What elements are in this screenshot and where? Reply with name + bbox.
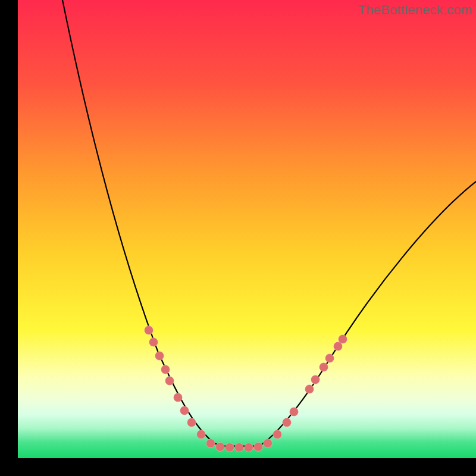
data-point — [325, 354, 334, 363]
data-point — [216, 443, 225, 452]
data-point — [311, 375, 320, 384]
chart-frame: TheBottleneck.com — [18, 0, 476, 458]
data-point — [197, 430, 206, 439]
frame-border-left — [0, 0, 18, 476]
frame-border-bottom — [0, 458, 476, 476]
data-point — [305, 385, 314, 394]
data-point — [149, 338, 158, 347]
data-point — [155, 352, 164, 361]
data-point — [145, 326, 154, 335]
data-point — [320, 363, 328, 372]
data-point — [290, 408, 299, 416]
data-point — [254, 443, 263, 452]
data-point — [264, 439, 273, 448]
data-point — [174, 393, 183, 402]
curve-right-curve — [259, 181, 476, 446]
data-point — [187, 418, 196, 427]
data-point — [339, 335, 347, 344]
data-point — [283, 418, 292, 427]
data-point — [180, 406, 189, 415]
curve-left-curve — [62, 0, 223, 446]
watermark-text: TheBottleneck.com — [358, 2, 472, 18]
data-point — [165, 377, 174, 386]
data-point — [206, 439, 215, 448]
data-point — [226, 443, 234, 452]
data-point — [245, 443, 253, 452]
data-point — [235, 443, 244, 452]
curve-layer — [18, 0, 476, 458]
data-point — [161, 365, 170, 374]
data-point — [273, 430, 282, 439]
